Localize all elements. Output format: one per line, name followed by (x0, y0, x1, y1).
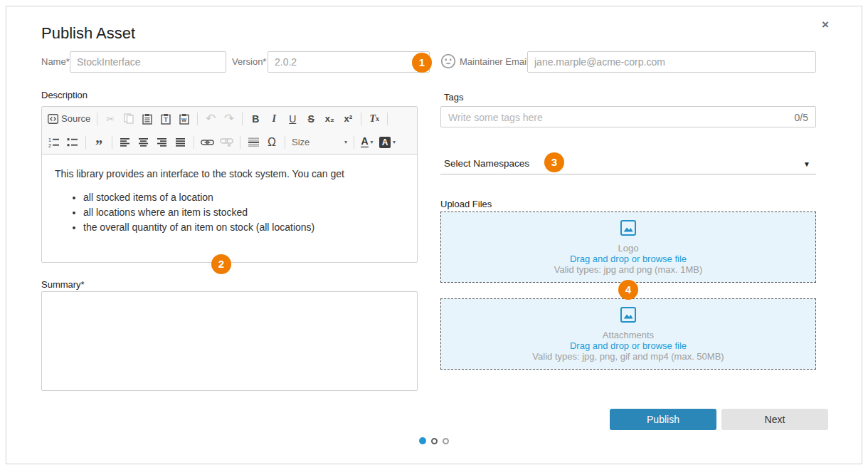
link-icon[interactable] (199, 133, 216, 152)
horizontal-rule-icon[interactable] (245, 133, 262, 152)
list-item: all locations where an item is stocked (83, 205, 404, 220)
toolbar-separator (242, 113, 243, 125)
annotation-badge-1: 1 (412, 53, 432, 73)
toolbar-separator (197, 113, 198, 125)
browse-file-link[interactable]: Drag and drop or browse file (570, 254, 687, 264)
superscript-icon[interactable]: x² (339, 110, 356, 128)
underline-icon[interactable]: U (284, 110, 301, 128)
maintainer-email-input[interactable] (527, 51, 816, 73)
dropzone-hint: Valid types: jpg, png, gif and mp4 (max.… (532, 351, 724, 362)
pagination-dots (419, 437, 449, 444)
unlink-icon[interactable] (218, 133, 235, 152)
paste-icon[interactable] (139, 110, 156, 128)
page-title: Publish Asset (41, 24, 135, 43)
namespaces-dropdown[interactable]: Select Namespaces ▼ (440, 156, 816, 174)
bullet-list-icon[interactable] (64, 133, 81, 152)
toolbar-separator (85, 136, 86, 149)
svg-text:1: 1 (48, 137, 51, 142)
chevron-down-icon: ▼ (803, 160, 810, 168)
browse-file-link[interactable]: Drag and drop or browse file (570, 340, 687, 351)
description-label: Description (41, 90, 88, 100)
toolbar-separator (97, 113, 97, 125)
font-size-dropdown[interactable]: Size ▾ (290, 133, 349, 152)
tags-label: Tags (444, 92, 463, 103)
maintainer-avatar-icon (440, 53, 456, 69)
description-paragraph: This library provides an interface to th… (55, 167, 404, 181)
maintainer-email-label: Maintainer Email* (460, 51, 532, 73)
namespaces-label: Select Namespaces (444, 158, 529, 169)
toolbar-separator (194, 136, 194, 149)
summary-label: Summary* (41, 279, 85, 290)
toolbar-separator (354, 136, 354, 149)
chevron-down-icon: ▾ (371, 139, 374, 145)
description-editor-content[interactable]: This library provides an interface to th… (42, 155, 417, 235)
publish-button[interactable]: Publish (610, 409, 716, 430)
page-dot-2[interactable] (431, 438, 438, 444)
svg-text:T: T (164, 116, 169, 123)
toolbar-separator (240, 136, 240, 149)
italic-icon[interactable]: I (265, 110, 282, 128)
dropzone-hint: Valid types: jpg and png (max. 1MB) (554, 264, 703, 275)
align-justify-icon[interactable] (172, 133, 189, 152)
bold-icon[interactable]: B (247, 110, 264, 128)
align-center-icon[interactable] (135, 133, 152, 152)
version-input[interactable] (268, 51, 430, 73)
text-color-button[interactable]: A ▾ (359, 133, 376, 152)
image-icon (620, 219, 637, 236)
dropzone-title: Logo (618, 243, 639, 254)
subscript-icon[interactable]: x₂ (321, 110, 338, 128)
list-item: the overall quantity of an item on stock… (83, 220, 404, 235)
dropzone-title: Attachments (603, 330, 654, 340)
name-input[interactable] (70, 51, 226, 73)
close-icon[interactable]: × (822, 18, 829, 32)
toolbar-separator (387, 113, 388, 125)
version-label: Version* (232, 51, 266, 73)
copy-icon[interactable] (120, 110, 137, 128)
source-icon (48, 114, 58, 124)
publish-asset-dialog: Publish Asset × Name* Version* 1 Maintai… (6, 6, 862, 464)
toolbar-separator (361, 113, 361, 125)
summary-textarea[interactable] (41, 291, 418, 391)
list-item: all stocked items of a location (83, 190, 404, 205)
chevron-down-icon: ▾ (393, 139, 396, 145)
cut-icon[interactable]: ✂ (102, 110, 119, 128)
paste-as-text-icon[interactable]: T (157, 110, 174, 128)
svg-text:2: 2 (48, 143, 51, 147)
upload-files-label: Upload Files (440, 199, 492, 209)
chevron-down-icon: ▾ (344, 139, 347, 145)
align-right-icon[interactable] (154, 133, 171, 152)
editor-toolbar: Source ✂ T W ↶ ↷ B (42, 107, 417, 155)
redo-icon[interactable]: ↷ (221, 110, 238, 128)
align-left-icon[interactable] (117, 133, 134, 152)
strikethrough-icon[interactable]: S (302, 110, 319, 128)
annotation-badge-2: 2 (211, 254, 231, 274)
next-button[interactable]: Next (721, 409, 828, 430)
toolbar-separator (112, 136, 112, 149)
annotation-badge-3: 3 (544, 152, 564, 172)
page-dot-1[interactable] (419, 437, 426, 444)
logo-dropzone[interactable]: Logo Drag and drop or browse file Valid … (440, 212, 816, 283)
annotation-badge-4: 4 (618, 280, 638, 300)
tags-placeholder: Write some tags here (448, 112, 543, 123)
toolbar-separator (285, 136, 285, 149)
undo-icon[interactable]: ↶ (202, 110, 219, 128)
background-color-button[interactable]: A ▾ (377, 133, 398, 152)
description-bullet-list: all stocked items of a location all loca… (55, 190, 404, 235)
tags-input[interactable]: Write some tags here 0/5 (440, 106, 816, 127)
remove-format-icon[interactable]: Tx (366, 110, 383, 128)
blockquote-icon[interactable]: ” (90, 133, 107, 152)
svg-text:W: W (181, 117, 187, 123)
paste-from-word-icon[interactable]: W (176, 110, 193, 128)
name-label: Name* (41, 51, 70, 73)
description-editor: Source ✂ T W ↶ ↷ B (41, 106, 418, 263)
numbered-list-icon[interactable]: 12 (46, 133, 63, 152)
tags-counter: 0/5 (795, 112, 808, 123)
attachments-dropzone[interactable]: Attachments Drag and drop or browse file… (440, 298, 816, 370)
image-icon (620, 306, 637, 323)
source-button[interactable]: Source (46, 110, 92, 128)
special-character-icon[interactable]: Ω (263, 133, 280, 152)
page-dot-3[interactable] (443, 438, 449, 444)
